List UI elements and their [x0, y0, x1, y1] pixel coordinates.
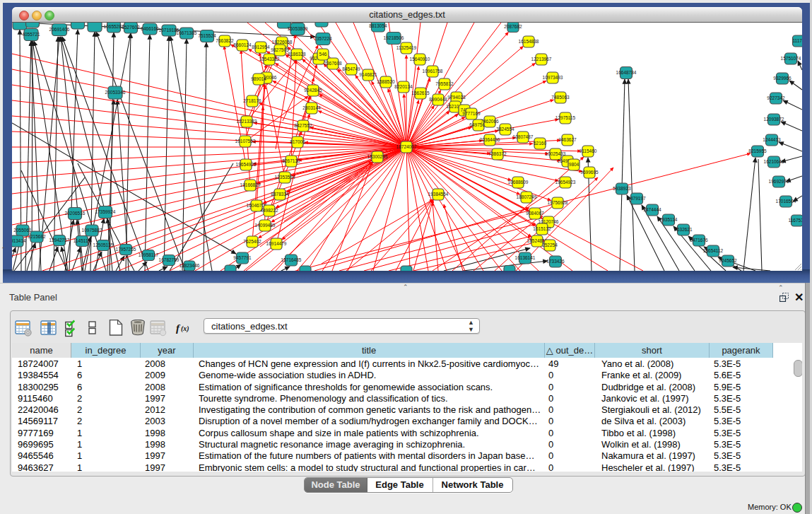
- svg-text:18226058: 18226058: [272, 40, 293, 45]
- svg-text:18724007: 18724007: [396, 144, 417, 149]
- svg-text:7632621: 7632621: [674, 227, 693, 232]
- svg-text:2935114: 2935114: [660, 217, 678, 222]
- svg-text:(x): (x): [181, 325, 189, 333]
- svg-text:19384554: 19384554: [428, 192, 449, 197]
- svg-text:1145119: 1145119: [73, 238, 91, 243]
- svg-text:16154838: 16154838: [519, 39, 539, 44]
- svg-text:8454749: 8454749: [342, 66, 360, 71]
- svg-text:1588520: 1588520: [377, 79, 395, 84]
- svg-text:9115460: 9115460: [579, 148, 597, 153]
- svg-text:9457791: 9457791: [233, 255, 252, 260]
- svg-text:8660124: 8660124: [233, 42, 252, 47]
- svg-text:9474444: 9474444: [643, 207, 661, 212]
- svg-text:9804: 9804: [569, 162, 579, 167]
- svg-text:9777169: 9777169: [462, 111, 481, 116]
- svg-text:14099489: 14099489: [255, 223, 276, 228]
- svg-text:7625402: 7625402: [243, 239, 261, 244]
- svg-text:10107553: 10107553: [235, 139, 256, 144]
- svg-text:8878334: 8878334: [271, 192, 289, 197]
- svg-text:9329966: 9329966: [773, 76, 792, 81]
- svg-text:9146821: 9146821: [359, 72, 377, 77]
- svg-text:10973493: 10973493: [543, 75, 563, 80]
- svg-text:12353594: 12353594: [275, 175, 295, 180]
- svg-text:18807249: 18807249: [517, 194, 537, 199]
- svg-text:16671385: 16671385: [177, 30, 197, 35]
- svg-text:10543382: 10543382: [259, 57, 280, 62]
- svg-text:19166829: 19166829: [240, 182, 261, 187]
- svg-text:8427552: 8427552: [294, 123, 312, 128]
- svg-text:8267130: 8267130: [282, 158, 300, 163]
- svg-text:19692971: 19692971: [769, 179, 789, 184]
- svg-text:9084067: 9084067: [526, 211, 544, 216]
- svg-text:10807487: 10807487: [513, 134, 534, 139]
- svg-text:16136141: 16136141: [515, 255, 536, 260]
- svg-text:6479197: 6479197: [628, 196, 646, 201]
- svg-text:9794028: 9794028: [447, 95, 466, 100]
- svg-text:16782759: 16782759: [159, 257, 180, 262]
- svg-text:12213383: 12213383: [237, 119, 257, 124]
- svg-text:10975887: 10975887: [82, 228, 102, 233]
- svg-text:16914479: 16914479: [266, 241, 287, 246]
- svg-text:1215682: 1215682: [28, 234, 46, 239]
- svg-text:1167533: 1167533: [789, 218, 802, 223]
- svg-text:11174: 11174: [792, 38, 802, 43]
- svg-text:20053346: 20053346: [105, 90, 126, 95]
- svg-text:1615132: 1615132: [533, 226, 551, 231]
- svg-text:8215955: 8215955: [748, 148, 767, 153]
- svg-text:2055061: 2055061: [13, 228, 32, 233]
- svg-text:7386372: 7386372: [488, 151, 507, 156]
- svg-text:18300295: 18300295: [367, 154, 388, 159]
- svg-text:12505135: 12505135: [93, 243, 114, 247]
- svg-text:1527602: 1527602: [122, 25, 140, 30]
- svg-text:2367608: 2367608: [324, 61, 342, 66]
- svg-text:7357224: 7357224: [314, 36, 332, 41]
- svg-text:10961758: 10961758: [423, 69, 443, 74]
- svg-text:1562615: 1562615: [411, 90, 430, 95]
- svg-text:12823446: 12823446: [180, 263, 200, 268]
- svg-text:8186328: 8186328: [288, 52, 306, 57]
- svg-text:10025433: 10025433: [546, 151, 566, 156]
- svg-text:9827505: 9827505: [271, 47, 289, 52]
- svg-text:17957255: 17957255: [116, 247, 136, 252]
- svg-text:3824554: 3824554: [496, 127, 514, 132]
- svg-text:2087682: 2087682: [504, 24, 522, 29]
- svg-text:20206516: 20206516: [65, 211, 86, 216]
- svg-text:8990448: 8990448: [429, 97, 447, 102]
- svg-text:8912954: 8912954: [252, 45, 270, 49]
- svg-text:10654112: 10654112: [703, 248, 724, 253]
- svg-text:7462066: 7462066: [481, 119, 499, 124]
- svg-text:15640910: 15640910: [410, 57, 430, 62]
- svg-text:12213967: 12213967: [531, 57, 552, 62]
- svg-text:1244413: 1244413: [763, 137, 781, 142]
- svg-text:546: 546: [319, 52, 327, 57]
- svg-text:4498222: 4498222: [260, 208, 278, 213]
- svg-text:15751074: 15751074: [781, 56, 801, 61]
- svg-text:20691406: 20691406: [49, 27, 70, 32]
- svg-text:9699695: 9699695: [580, 170, 599, 175]
- svg-text:7515524: 7515524: [198, 33, 216, 38]
- svg-text:817006: 817006: [290, 139, 305, 144]
- svg-text:19654923: 19654923: [555, 180, 576, 185]
- svg-text:989014: 989014: [251, 76, 266, 81]
- svg-text:11325419: 11325419: [396, 45, 417, 50]
- svg-text:19756928: 19756928: [548, 200, 568, 205]
- svg-text:9227342: 9227342: [767, 95, 785, 100]
- svg-text:17016504: 17016504: [776, 199, 796, 204]
- svg-text:8813054: 8813054: [369, 23, 387, 28]
- svg-text:7485063: 7485063: [551, 95, 570, 100]
- svg-text:7663822: 7663822: [216, 38, 234, 43]
- svg-text:62160: 62160: [534, 141, 546, 146]
- svg-text:15716485: 15716485: [281, 257, 302, 262]
- svg-text:16648784: 16648784: [616, 70, 637, 75]
- svg-text:2718176: 2718176: [243, 98, 261, 103]
- svg-text:2803144: 2803144: [302, 105, 321, 110]
- svg-text:9242845: 9242845: [304, 88, 322, 93]
- svg-text:16053809: 16053809: [288, 26, 308, 31]
- svg-text:6466160: 6466160: [141, 26, 159, 31]
- svg-text:20364436: 20364436: [480, 137, 500, 142]
- svg-text:7955812: 7955812: [435, 81, 454, 86]
- svg-text:f: f: [176, 322, 181, 334]
- svg-text:9245652: 9245652: [719, 258, 737, 263]
- svg-text:17359924: 17359924: [95, 209, 116, 214]
- svg-text:10958117: 10958117: [139, 252, 159, 257]
